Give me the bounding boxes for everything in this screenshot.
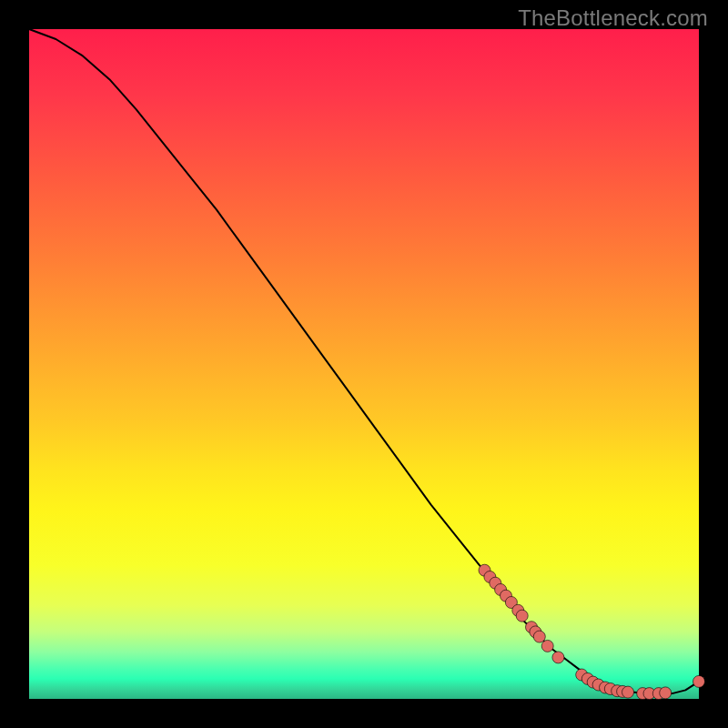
data-dot	[541, 640, 553, 652]
data-dot	[552, 652, 564, 663]
data-dot	[533, 631, 545, 642]
chart-stage: TheBottleneck.com	[0, 0, 728, 728]
data-dot	[660, 687, 672, 699]
curve-line	[29, 29, 699, 694]
data-dot	[622, 686, 634, 698]
data-dot	[693, 675, 705, 687]
plot-area	[29, 29, 699, 699]
chart-svg	[29, 29, 699, 699]
watermark-label: TheBottleneck.com	[518, 5, 708, 31]
data-dot	[516, 610, 528, 622]
data-dots	[479, 564, 705, 699]
